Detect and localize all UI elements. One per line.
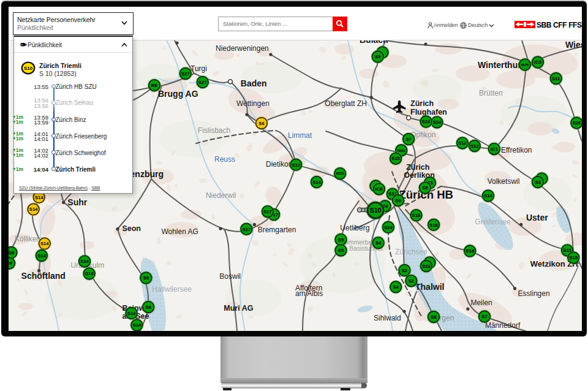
svg-text:S9: S9 bbox=[9, 260, 12, 266]
svg-text:S15: S15 bbox=[391, 156, 400, 161]
svg-text:S5: S5 bbox=[338, 248, 344, 253]
svg-text:S14: S14 bbox=[484, 193, 492, 199]
svg-text:Greifensee: Greifensee bbox=[475, 218, 511, 226]
svg-text:S4: S4 bbox=[375, 240, 382, 246]
svg-text:S7: S7 bbox=[405, 137, 411, 142]
svg-text:S18: S18 bbox=[429, 222, 438, 228]
svg-text:Männedorf: Männedorf bbox=[485, 321, 521, 330]
svg-text:S17: S17 bbox=[263, 209, 272, 214]
svg-text:Kölliken: Kölliken bbox=[15, 235, 40, 243]
svg-text:S26: S26 bbox=[573, 120, 581, 126]
svg-text:Baden: Baden bbox=[241, 78, 267, 88]
svg-text:S17: S17 bbox=[243, 227, 251, 232]
svg-text:S24: S24 bbox=[433, 120, 442, 125]
svg-text:S12: S12 bbox=[458, 140, 467, 146]
svg-text:Esslingen: Esslingen bbox=[518, 289, 550, 298]
svg-text:Brütten: Brütten bbox=[479, 89, 503, 97]
svg-text:S27: S27 bbox=[198, 80, 207, 85]
svg-text:IR75: IR75 bbox=[521, 63, 529, 67]
svg-text:S9: S9 bbox=[375, 54, 380, 59]
svg-text:am Albis: am Albis bbox=[295, 289, 323, 298]
svg-text:S14: S14 bbox=[85, 271, 94, 276]
svg-text:S16: S16 bbox=[422, 264, 431, 269]
svg-text:S24: S24 bbox=[422, 119, 431, 124]
svg-text:Reuss: Reuss bbox=[214, 155, 235, 164]
svg-text:S2: S2 bbox=[409, 278, 414, 284]
svg-text:S14: S14 bbox=[29, 207, 38, 212]
svg-text:S15: S15 bbox=[570, 255, 578, 260]
svg-text:Thalwil: Thalwil bbox=[415, 282, 444, 292]
svg-text:S11: S11 bbox=[552, 76, 560, 82]
svg-text:S5: S5 bbox=[422, 185, 428, 191]
svg-text:S12: S12 bbox=[470, 143, 479, 149]
svg-text:Bülach: Bülach bbox=[360, 40, 388, 45]
svg-text:Zürich: Zürich bbox=[406, 163, 429, 172]
svg-text:S18: S18 bbox=[412, 213, 421, 218]
svg-text:IR36: IR36 bbox=[398, 148, 406, 153]
svg-text:S14: S14 bbox=[35, 195, 43, 200]
svg-text:S5: S5 bbox=[338, 237, 344, 243]
svg-text:Niederwil: Niederwil bbox=[206, 191, 236, 200]
svg-text:S2: S2 bbox=[402, 268, 407, 273]
svg-text:ICE: ICE bbox=[375, 186, 383, 192]
svg-text:Zürichsee: Zürichsee bbox=[395, 248, 428, 256]
svg-text:Uster: Uster bbox=[526, 213, 548, 222]
svg-text:Wohlen AG: Wohlen AG bbox=[161, 227, 198, 236]
svg-text:Brugg AG: Brugg AG bbox=[158, 89, 198, 99]
svg-text:S24: S24 bbox=[384, 225, 393, 230]
svg-text:Turgi: Turgi bbox=[190, 64, 207, 73]
svg-text:S10: S10 bbox=[24, 66, 33, 71]
svg-text:S14: S14 bbox=[127, 311, 136, 316]
svg-text:S8: S8 bbox=[9, 250, 14, 256]
svg-text:Zürich: Zürich bbox=[410, 99, 434, 108]
svg-text:Dietikon: Dietikon bbox=[266, 160, 292, 169]
svg-text:Meilen: Meilen bbox=[470, 298, 492, 307]
svg-text:IR35: IR35 bbox=[336, 171, 345, 175]
svg-text:S14: S14 bbox=[133, 322, 141, 328]
svg-text:RE: RE bbox=[151, 83, 158, 88]
svg-text:Fislisbach: Fislisbach bbox=[198, 126, 230, 135]
svg-text:S14: S14 bbox=[40, 241, 49, 246]
svg-text:Boswil: Boswil bbox=[219, 272, 241, 281]
svg-text:Bremgarten: Bremgarten bbox=[258, 226, 296, 234]
svg-text:Wettingen: Wettingen bbox=[236, 99, 270, 108]
svg-text:Limmat: Limmat bbox=[288, 131, 312, 140]
svg-text:S27: S27 bbox=[181, 71, 190, 77]
svg-text:S9: S9 bbox=[143, 275, 149, 281]
svg-text:Muri AG: Muri AG bbox=[224, 304, 253, 313]
svg-text:S14: S14 bbox=[37, 253, 46, 259]
svg-text:Sihlwald: Sihlwald bbox=[374, 314, 401, 322]
svg-text:Uetliberg: Uetliberg bbox=[340, 224, 369, 232]
svg-text:Schöftland: Schöftland bbox=[21, 271, 66, 281]
svg-text:S14: S14 bbox=[80, 259, 89, 264]
svg-text:Effretikon: Effretikon bbox=[501, 146, 532, 154]
svg-text:S3: S3 bbox=[535, 180, 540, 185]
svg-text:S18: S18 bbox=[466, 248, 474, 254]
svg-text:S14: S14 bbox=[312, 180, 321, 185]
svg-text:S8: S8 bbox=[431, 314, 436, 320]
svg-text:Hallwilersee: Hallwilersee bbox=[152, 285, 192, 294]
svg-text:S6: S6 bbox=[258, 121, 264, 126]
svg-text:S9: S9 bbox=[146, 305, 151, 310]
svg-text:Volketswil: Volketswil bbox=[488, 177, 520, 186]
svg-text:Wiesendangen: Wiesendangen bbox=[565, 40, 582, 50]
svg-text:IC1: IC1 bbox=[491, 146, 499, 152]
svg-text:IC5: IC5 bbox=[534, 59, 542, 65]
svg-text:Oberglatt ZH: Oberglatt ZH bbox=[325, 99, 367, 108]
svg-text:Seon: Seon bbox=[122, 224, 141, 233]
svg-text:S7: S7 bbox=[481, 314, 487, 319]
svg-text:S9: S9 bbox=[395, 198, 401, 203]
svg-text:S12: S12 bbox=[292, 162, 300, 168]
svg-text:Suhr: Suhr bbox=[67, 197, 87, 207]
svg-text:Niederweningen: Niederweningen bbox=[216, 44, 269, 53]
svg-text:S4: S4 bbox=[393, 284, 399, 290]
svg-text:S10: S10 bbox=[370, 207, 382, 214]
svg-text:Flughafen: Flughafen bbox=[410, 108, 447, 116]
svg-text:Winterthur: Winterthur bbox=[478, 60, 521, 70]
